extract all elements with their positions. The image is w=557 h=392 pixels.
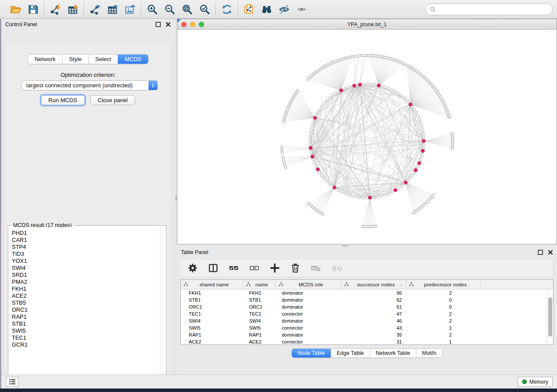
export-table-icon[interactable] — [106, 3, 119, 16]
network-node[interactable] — [344, 87, 346, 90]
vertical-splitter-handle[interactable] — [175, 196, 177, 200]
network-node[interactable] — [361, 54, 364, 57]
network-node[interactable] — [422, 143, 425, 146]
network-node[interactable] — [366, 196, 368, 199]
save-icon[interactable] — [26, 3, 39, 16]
column-header-MCDS-role[interactable]: MCDS role — [276, 280, 342, 289]
network-node[interactable] — [403, 97, 406, 100]
binoculars-icon[interactable] — [260, 3, 273, 16]
mcds-node[interactable] — [404, 181, 407, 184]
network-node[interactable] — [309, 132, 312, 135]
mcds-node[interactable] — [353, 84, 356, 87]
network-node[interactable] — [280, 148, 283, 151]
mcds-list-scrollbar[interactable] — [160, 227, 165, 386]
network-node[interactable] — [328, 97, 331, 100]
tab-edge-table[interactable]: Edge Table — [331, 349, 370, 358]
node-table-scroll-thumb[interactable] — [548, 297, 552, 337]
table-row[interactable]: TEC1TEC1connector472 — [181, 310, 546, 317]
table-row[interactable]: ORC1ORC1dominator610 — [181, 303, 546, 310]
network-node[interactable] — [328, 182, 331, 185]
zoom-in-icon[interactable] — [145, 3, 159, 16]
mcds-node[interactable] — [316, 168, 319, 171]
zoom-selected-icon[interactable] — [198, 3, 211, 16]
import-network-icon[interactable] — [48, 3, 62, 16]
network-node[interactable] — [309, 143, 311, 146]
memory-button[interactable]: Memory — [518, 377, 553, 387]
table-row[interactable]: RAP1RAP1dominator352 — [181, 331, 546, 338]
network-node[interactable] — [323, 102, 325, 105]
network-node[interactable] — [422, 136, 425, 138]
network-node[interactable] — [391, 89, 393, 91]
open-folder-icon[interactable] — [9, 3, 22, 16]
float-table-panel-icon[interactable] — [538, 250, 543, 255]
network-node[interactable] — [362, 83, 364, 86]
network-node[interactable] — [281, 151, 284, 154]
mcds-result-item[interactable]: YOX1 — [12, 258, 158, 265]
network-node[interactable] — [394, 90, 397, 93]
import-table-icon[interactable] — [66, 3, 79, 16]
table-row[interactable]: ACE2ACE2connector311 — [181, 338, 546, 345]
network-node[interactable] — [347, 86, 350, 89]
tab-network-table[interactable]: Network Table — [370, 349, 416, 358]
network-node[interactable] — [318, 108, 321, 111]
mcds-result-item[interactable]: GCR1 — [12, 341, 158, 348]
network-node[interactable] — [374, 225, 377, 227]
mcds-result-item[interactable]: FKH1 — [12, 285, 158, 292]
mcds-node[interactable] — [333, 186, 336, 189]
mcds-node[interactable] — [421, 149, 424, 152]
network-node[interactable] — [323, 177, 325, 180]
mcds-node[interactable] — [358, 83, 361, 86]
mcds-node[interactable] — [377, 84, 380, 87]
network-node[interactable] — [411, 174, 413, 177]
network-node[interactable] — [280, 146, 283, 148]
network-node[interactable] — [282, 120, 285, 123]
column-header-shared-name[interactable]: shared name — [181, 280, 243, 289]
network-node[interactable] — [358, 196, 361, 199]
horizontal-splitter-handle[interactable] — [342, 245, 348, 247]
tab-style[interactable]: Style — [62, 55, 89, 64]
network-node[interactable] — [321, 105, 323, 108]
mcds-node[interactable] — [418, 162, 421, 165]
duplicate-network-icon[interactable] — [242, 3, 256, 16]
table-row[interactable]: SWI5SWI5connector431 — [181, 324, 546, 331]
node-table-scrollbar[interactable] — [547, 289, 553, 344]
mcds-node[interactable] — [394, 189, 397, 192]
network-node[interactable] — [318, 171, 321, 174]
network-node[interactable] — [400, 185, 403, 187]
select-all-icon[interactable] — [228, 262, 239, 274]
network-node[interactable] — [325, 100, 328, 102]
network-node[interactable] — [313, 162, 316, 164]
maximize-window-icon[interactable] — [199, 22, 204, 27]
mcds-result-item[interactable]: SRD1 — [12, 272, 158, 279]
zoom-fit-icon[interactable] — [180, 3, 194, 16]
mcds-node[interactable] — [414, 168, 417, 172]
mcds-result-item[interactable]: STB5 — [12, 299, 158, 306]
split-panel-icon[interactable] — [208, 262, 219, 274]
network-node[interactable] — [310, 151, 312, 153]
network-node[interactable] — [420, 125, 423, 127]
mcds-result-item[interactable]: ACE2 — [12, 292, 158, 299]
table-row[interactable]: STB1STB1dominator620 — [181, 296, 546, 303]
tab-motifs[interactable]: Motifs — [416, 349, 442, 358]
network-node[interactable] — [384, 86, 387, 89]
network-node[interactable] — [347, 193, 350, 196]
mcds-result-item[interactable]: STP4 — [12, 244, 158, 251]
mcds-result-item[interactable]: RAP1 — [12, 313, 158, 320]
mcds-node[interactable] — [368, 196, 371, 199]
network-window-titlebar[interactable]: YPA_prune.txt_1 — [177, 19, 557, 30]
task-list-button[interactable] — [6, 377, 19, 387]
deselect-all-icon[interactable] — [249, 262, 260, 274]
network-node[interactable] — [340, 190, 343, 193]
network-node[interactable] — [337, 189, 340, 191]
network-node[interactable] — [366, 83, 368, 86]
close-panel-icon[interactable] — [166, 22, 171, 27]
mcds-result-item[interactable]: PHD1 — [12, 230, 158, 237]
refresh-icon[interactable] — [220, 3, 233, 16]
network-node[interactable] — [306, 78, 309, 81]
network-node[interactable] — [312, 121, 315, 124]
close-table-panel-icon[interactable] — [548, 250, 553, 255]
network-node[interactable] — [381, 194, 383, 197]
network-node[interactable] — [397, 187, 400, 189]
network-node[interactable] — [406, 64, 408, 67]
network-node[interactable] — [322, 213, 324, 216]
